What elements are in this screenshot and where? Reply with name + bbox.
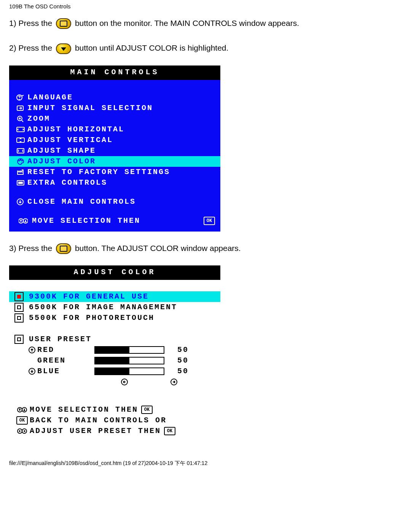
ok-box-icon: OK bbox=[14, 416, 30, 425]
menu-item-label: ZOOM bbox=[27, 113, 215, 124]
rgb-bar bbox=[94, 357, 164, 364]
radio-icon bbox=[14, 303, 24, 312]
rgb-name: RED bbox=[37, 345, 94, 355]
ok-indicator-icon: OK bbox=[141, 406, 153, 414]
shape-icon bbox=[14, 147, 27, 155]
user-preset-label: USER PRESET bbox=[29, 334, 92, 345]
step-2-text-a: 2) Press the bbox=[9, 43, 54, 52]
rgb-name: GREEN bbox=[37, 355, 94, 366]
color-option[interactable]: 5500K FOR PHOTORETOUCH bbox=[9, 313, 220, 323]
ac-footer-1: MOVE SELECTION THEN OK bbox=[13, 404, 217, 415]
ac-footer-3: ADJUST USER PRESET THEN OK bbox=[13, 426, 217, 436]
close-label: CLOSE MAIN CONTROLS bbox=[27, 197, 215, 207]
step-1: 1) Press the button on the monitor. The … bbox=[0, 11, 411, 36]
down-icon bbox=[14, 198, 27, 206]
step-3: 3) Press the button. The ADJUST COLOR wi… bbox=[0, 236, 411, 261]
radio-icon bbox=[14, 292, 24, 301]
right-icon bbox=[170, 378, 178, 389]
adjust-color-window: ADJUST COLOR 9300K FOR GENERAL USE6500K … bbox=[9, 265, 220, 437]
factory-icon bbox=[14, 168, 27, 176]
menu-item-label: INPUT SIGNAL SELECTION bbox=[27, 103, 215, 113]
radio-icon bbox=[14, 313, 24, 323]
menu-item-label: RESET TO FACTORY SETTINGS bbox=[27, 167, 215, 177]
main-controls-title: MAIN CONTROLS bbox=[9, 66, 220, 80]
main-controls-footer: MOVE SELECTION THEN OK bbox=[9, 216, 220, 226]
step-1-text-a: 1) Press the bbox=[9, 19, 54, 27]
list-icon bbox=[14, 179, 27, 187]
palette-icon bbox=[14, 158, 27, 165]
step-1-text-b: button on the monitor. The MAIN CONTROLS… bbox=[75, 19, 299, 27]
down-button-icon bbox=[56, 43, 71, 54]
footer-text: MOVE SELECTION THEN bbox=[32, 216, 201, 226]
rgb-row[interactable]: GREEN50 bbox=[9, 355, 220, 366]
menu-item[interactable]: RESET TO FACTORY SETTINGS bbox=[9, 167, 220, 177]
step-2: 2) Press the button until ADJUST COLOR i… bbox=[0, 36, 411, 61]
rgb-bar bbox=[94, 367, 164, 375]
color-option-label: 5500K FOR PHOTORETOUCH bbox=[29, 313, 155, 323]
menu-item[interactable]: ADJUST HORIZONTAL bbox=[9, 124, 220, 135]
menu-item-label: ADJUST COLOR bbox=[27, 156, 215, 167]
menu-item-label: ADJUST HORIZONTAL bbox=[27, 124, 215, 135]
updown-icon bbox=[14, 217, 32, 225]
color-option[interactable]: 6500K FOR IMAGE MANAGEMENT bbox=[9, 302, 220, 313]
question-icon bbox=[14, 94, 27, 101]
close-main-controls[interactable]: CLOSE MAIN CONTROLS bbox=[9, 197, 220, 207]
menu-item[interactable]: INPUT SIGNAL SELECTION bbox=[9, 103, 220, 113]
main-controls-window: MAIN CONTROLS LANGUAGEINPUT SIGNAL SELEC… bbox=[9, 66, 220, 232]
menu-item-label: ADJUST SHAPE bbox=[27, 145, 215, 156]
up-icon bbox=[27, 346, 37, 354]
rgb-row[interactable]: BLUE50 bbox=[9, 366, 220, 377]
rgb-row[interactable]: RED50 bbox=[9, 345, 220, 355]
step-3-text-a: 3) Press the bbox=[9, 244, 54, 252]
rgb-name: BLUE bbox=[37, 366, 94, 377]
ok-button-icon bbox=[56, 18, 71, 29]
arrows-h-icon bbox=[14, 126, 27, 133]
menu-item[interactable]: EXTRA CONTROLS bbox=[9, 177, 220, 188]
ac-footer-3-text: ADJUST USER PRESET THEN bbox=[30, 426, 161, 436]
ac-footer-1-text: MOVE SELECTION THEN bbox=[30, 404, 138, 415]
down-icon bbox=[27, 367, 37, 375]
arrows-v-icon bbox=[14, 136, 27, 144]
zoom-icon bbox=[14, 115, 27, 123]
menu-item[interactable]: ADJUST COLOR bbox=[9, 156, 220, 167]
ok-indicator-icon: OK bbox=[164, 427, 175, 435]
page-header: 109B The OSD Controls bbox=[0, 0, 411, 11]
ac-footer-2: OK BACK TO MAIN CONTROLS OR bbox=[13, 415, 217, 426]
ok-indicator-icon: OK bbox=[204, 217, 215, 225]
rgb-value: 50 bbox=[170, 345, 189, 355]
step-3-text-b: button. The ADJUST COLOR window appears. bbox=[75, 244, 241, 252]
color-option[interactable]: 9300K FOR GENERAL USE bbox=[9, 291, 220, 302]
menu-item[interactable]: ADJUST SHAPE bbox=[9, 145, 220, 156]
adjust-color-title: ADJUST COLOR bbox=[9, 265, 220, 280]
left-icon bbox=[121, 378, 128, 389]
menu-item-label: EXTRA CONTROLS bbox=[27, 177, 215, 188]
radio-icon bbox=[14, 335, 24, 344]
ok-button-icon bbox=[56, 243, 71, 254]
updown-icon bbox=[14, 406, 30, 414]
arrow-box-icon bbox=[14, 104, 27, 112]
menu-item-label: ADJUST VERTICAL bbox=[27, 135, 215, 145]
menu-item[interactable]: ZOOM bbox=[9, 113, 220, 124]
color-option-label: 9300K FOR GENERAL USE bbox=[29, 291, 149, 302]
rgb-value: 50 bbox=[170, 355, 189, 366]
page-footer: file:///E|/manual/english/109B/osd/osd_c… bbox=[0, 442, 411, 471]
rgb-value: 50 bbox=[170, 366, 189, 377]
left-right-row bbox=[9, 377, 220, 393]
menu-item[interactable]: ADJUST VERTICAL bbox=[9, 135, 220, 145]
leftright-icon bbox=[14, 427, 30, 435]
rgb-bar bbox=[94, 346, 164, 354]
step-2-text-b: button until ADJUST COLOR is highlighted… bbox=[75, 43, 228, 52]
menu-item-label: LANGUAGE bbox=[27, 92, 215, 103]
menu-item[interactable]: LANGUAGE bbox=[9, 92, 220, 103]
ac-footer-2-text: BACK TO MAIN CONTROLS OR bbox=[30, 415, 167, 426]
user-preset-row[interactable]: USER PRESET bbox=[9, 334, 220, 345]
color-option-label: 6500K FOR IMAGE MANAGEMENT bbox=[29, 302, 177, 313]
